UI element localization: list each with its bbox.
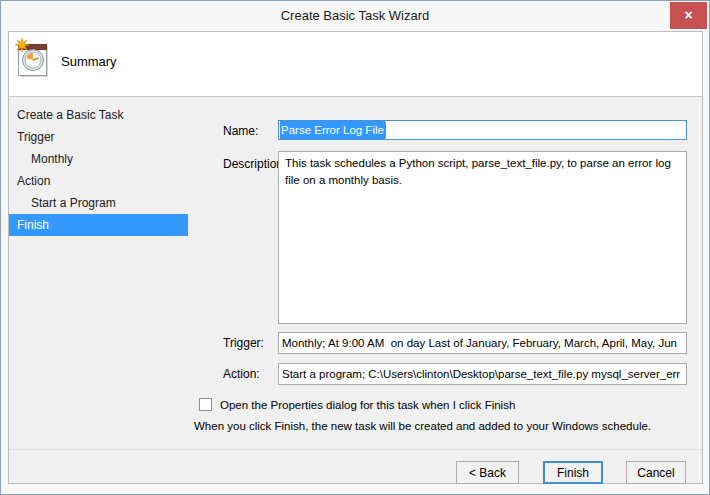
- description-input[interactable]: This task schedules a Python script, par…: [278, 151, 687, 324]
- finish-note-text: When you click Finish, the new task will…: [194, 420, 651, 432]
- action-label: Action:: [223, 367, 260, 381]
- description-label: Description:: [223, 157, 286, 171]
- cancel-button[interactable]: Cancel: [626, 461, 686, 484]
- open-properties-checkbox-row[interactable]: Open the Properties dialog for this task…: [199, 398, 515, 411]
- title-bar: Create Basic Task Wizard ×: [2, 1, 708, 31]
- text-caret: [385, 122, 386, 138]
- sidebar-step-trigger: Trigger: [9, 126, 188, 148]
- sidebar-step-finish-selected: Finish: [9, 214, 188, 236]
- page-title: Summary: [61, 54, 117, 69]
- trigger-label: Trigger:: [223, 336, 264, 350]
- sidebar-step-monthly: Monthly: [9, 148, 188, 170]
- name-input[interactable]: Parse Error Log File: [278, 120, 687, 140]
- sparkle-icon: [15, 38, 29, 52]
- wizard-header: Summary: [9, 32, 702, 97]
- sidebar-step-action: Action: [9, 170, 188, 192]
- open-properties-checkbox[interactable]: [199, 398, 212, 411]
- sidebar-step-create-a-basic-task: Create a Basic Task: [9, 104, 188, 126]
- close-icon: ×: [684, 8, 692, 22]
- action-field[interactable]: Start a program; C:\Users\clinton\Deskto…: [278, 363, 687, 385]
- create-basic-task-wizard-dialog: Create Basic Task Wizard × Summary Creat…: [0, 0, 710, 495]
- wizard-steps-sidebar: Create a Basic Task Trigger Monthly Acti…: [9, 104, 188, 236]
- wizard-content-panel: Summary Create a Basic Task Trigger Mont…: [8, 31, 703, 484]
- sidebar-step-start-a-program: Start a Program: [9, 192, 188, 214]
- command-area-separator: [9, 449, 702, 450]
- back-button[interactable]: < Back: [456, 461, 519, 484]
- close-button[interactable]: ×: [670, 2, 707, 29]
- window-title: Create Basic Task Wizard: [2, 1, 708, 31]
- name-input-selected-text: Parse Error Log File: [280, 121, 385, 139]
- name-label: Name:: [223, 124, 258, 138]
- finish-button[interactable]: Finish: [543, 461, 603, 484]
- trigger-field[interactable]: Monthly; At 9:00 AM on day Last of Janua…: [278, 332, 687, 354]
- open-properties-checkbox-label: Open the Properties dialog for this task…: [220, 399, 515, 411]
- scheduled-task-icon: [14, 36, 52, 80]
